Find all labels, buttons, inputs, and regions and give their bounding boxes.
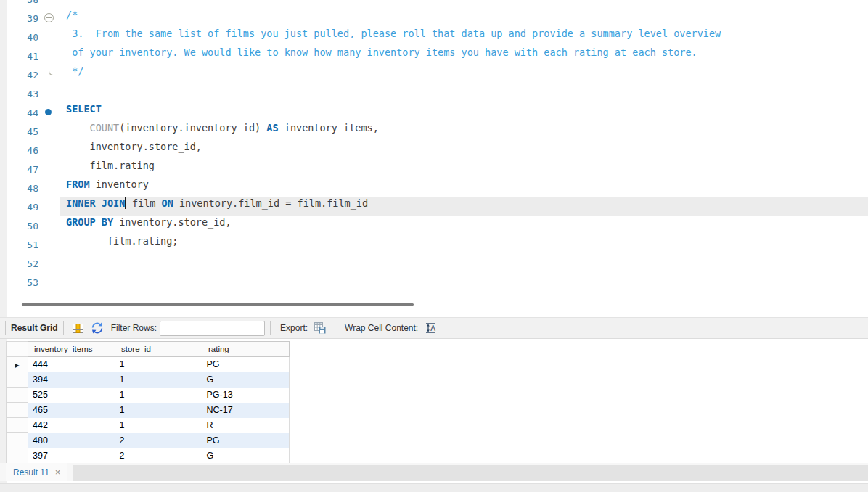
code-line[interactable]: 48FROM inventory [7, 179, 868, 197]
code-text: FROM inventory [60, 179, 868, 197]
code-line[interactable]: 47 film.rating [7, 160, 868, 179]
result-grid-body: ▶4441PG3941G5251PG-134651NC-174421R4802P… [7, 357, 290, 464]
result-cell[interactable]: 525 [28, 388, 115, 403]
result-cell[interactable]: 1 [115, 418, 202, 433]
code-line[interactable]: 52 [7, 254, 868, 273]
filter-rows-input[interactable] [160, 321, 265, 336]
code-line[interactable]: 45 COUNT(inventory.inventory_id) AS inve… [7, 122, 868, 141]
close-icon[interactable]: × [55, 467, 61, 477]
column-header-inventory_items[interactable]: inventory_items [28, 342, 115, 357]
code-text: COUNT(inventory.inventory_id) AS invento… [60, 122, 868, 141]
gutter-cell [38, 122, 60, 141]
sql-editor[interactable]: 3839/*40 3. From the same list of films … [7, 0, 868, 304]
line-number: 38 [7, 0, 38, 5]
result-cell[interactable]: 480 [28, 433, 115, 448]
current-row-marker[interactable]: ▶ [7, 357, 28, 372]
result-cell[interactable]: 397 [28, 448, 115, 464]
result-cell[interactable]: PG-13 [202, 388, 290, 403]
result-cell[interactable]: 1 [115, 388, 202, 403]
code-line[interactable]: 50GROUP BY inventory.store_id, [7, 216, 868, 235]
code-text [60, 84, 868, 103]
result-cell[interactable]: 465 [28, 403, 115, 418]
gutter-cell [38, 84, 60, 103]
result-grid-title: Result Grid [11, 323, 58, 333]
result-cell[interactable]: 2 [115, 433, 202, 448]
result-tab-label: Result 11 [13, 467, 49, 477]
status-bar [0, 483, 868, 492]
result-tab[interactable]: Result 11 × [6, 463, 67, 481]
result-cell[interactable]: NC-17 [202, 403, 290, 418]
code-text: film.rating [60, 160, 868, 179]
result-row[interactable]: 3972G [7, 448, 290, 464]
result-cell[interactable]: 1 [115, 357, 202, 372]
line-number: 52 [7, 258, 38, 269]
gutter-cell [38, 179, 60, 197]
code-text: of your inventory. We would like to know… [60, 46, 868, 65]
wrap-cell-icon[interactable]: A [423, 321, 438, 335]
code-line[interactable]: 43 [7, 84, 868, 103]
code-text: SELECT [60, 103, 868, 122]
fold-end-icon [38, 65, 60, 84]
line-number: 42 [7, 70, 38, 81]
panel-splitter-handle[interactable] [22, 303, 414, 306]
row-header-cell[interactable] [7, 403, 28, 418]
result-row[interactable]: 4802PG [7, 433, 290, 448]
code-line[interactable]: 40 3. From the same list of films you ju… [7, 28, 868, 46]
fold-open-icon[interactable] [38, 9, 60, 28]
row-header-cell[interactable] [7, 388, 28, 403]
row-header-cell[interactable] [7, 372, 28, 388]
result-cell[interactable]: 1 [115, 372, 202, 388]
line-number: 45 [7, 126, 38, 137]
line-number: 41 [7, 51, 38, 62]
code-line[interactable]: 44SELECT [7, 103, 868, 122]
result-cell[interactable]: G [202, 372, 290, 388]
result-cell[interactable]: PG [202, 357, 290, 372]
result-cell[interactable]: 442 [28, 418, 115, 433]
code-line[interactable]: 38 [7, 0, 868, 9]
svg-text:A: A [430, 324, 435, 332]
line-number: 49 [7, 202, 38, 213]
result-tab-strip: Result 11 × [0, 463, 868, 481]
code-text: inventory.store_id, [60, 141, 868, 160]
result-cell[interactable]: R [202, 418, 290, 433]
result-cell[interactable]: PG [202, 433, 290, 448]
result-row[interactable]: ▶4441PG [7, 357, 290, 372]
code-text: */ [60, 65, 868, 84]
row-header-cell[interactable] [7, 448, 28, 464]
code-line[interactable]: 39/* [7, 9, 868, 28]
fold-line-icon [38, 46, 60, 65]
row-marker-icon: ▶ [15, 362, 19, 369]
refresh-icon[interactable] [90, 321, 105, 335]
stmt-dot-icon [38, 103, 60, 122]
line-number: 47 [7, 164, 38, 175]
result-cell[interactable]: 1 [115, 403, 202, 418]
code-line[interactable]: 46 inventory.store_id, [7, 141, 868, 160]
result-row[interactable]: 3941G [7, 372, 290, 388]
result-cell[interactable]: 394 [28, 372, 115, 388]
result-cell[interactable]: 2 [115, 448, 202, 464]
tab-strip-filler [73, 465, 868, 481]
result-cell[interactable]: 444 [28, 357, 115, 372]
code-line[interactable]: 41 of your inventory. We would like to k… [7, 46, 868, 65]
row-header-cell[interactable] [7, 433, 28, 448]
row-header-corner [7, 342, 28, 357]
toolbar-separator [5, 321, 6, 335]
code-line[interactable]: 49INNER JOIN film ON inventory.film_id =… [7, 197, 868, 216]
result-row[interactable]: 4651NC-17 [7, 403, 290, 418]
column-header-store_id[interactable]: store_id [115, 342, 202, 357]
result-grid: inventory_itemsstore_idrating ▶4441PG394… [6, 341, 290, 464]
row-header-cell[interactable] [7, 418, 28, 433]
grid-icon[interactable] [71, 321, 86, 335]
result-row[interactable]: 5251PG-13 [7, 388, 290, 403]
gutter-cell [38, 197, 60, 216]
code-line[interactable]: 51 film.rating; [7, 235, 868, 254]
code-line[interactable]: 42 */ [7, 65, 868, 84]
gutter-cell [38, 0, 60, 9]
result-row[interactable]: 4421R [7, 418, 290, 433]
column-header-rating[interactable]: rating [202, 342, 290, 357]
code-line[interactable]: 53 [7, 273, 868, 292]
toolbar-separator [270, 321, 271, 335]
export-label: Export: [280, 323, 308, 333]
result-cell[interactable]: G [202, 448, 290, 464]
export-save-icon[interactable] [313, 321, 327, 335]
